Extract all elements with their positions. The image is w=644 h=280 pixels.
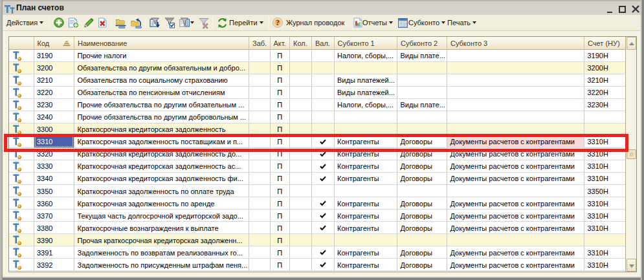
svg-text:?: ? (276, 18, 280, 27)
